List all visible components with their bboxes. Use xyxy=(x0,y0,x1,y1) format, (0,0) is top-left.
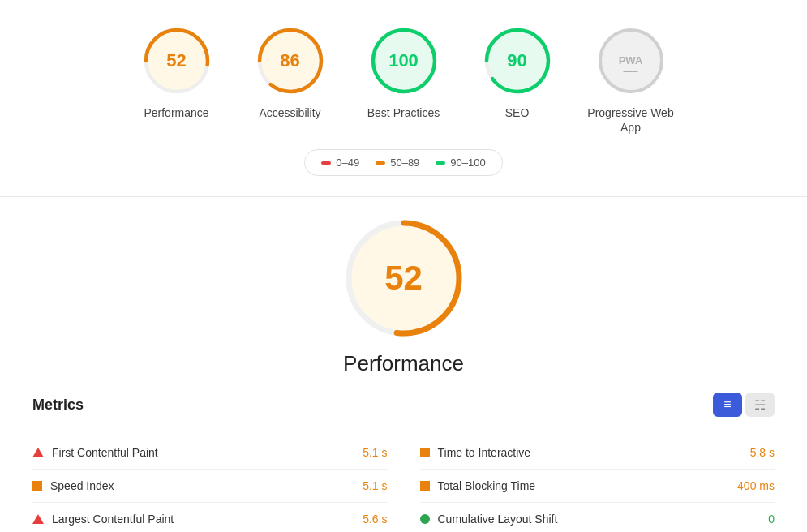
score-label-best-practices: Best Practices xyxy=(367,105,440,120)
score-item-best-practices[interactable]: 100 Best Practices xyxy=(355,24,453,120)
metric-name-cls: Cumulative Layout Shift xyxy=(438,513,558,526)
metric-value-si: 5.1 s xyxy=(363,479,387,492)
metrics-section: Metrics ≡ ☵ First Contentful Paint 5.1 s… xyxy=(0,393,807,532)
metric-left-cls: Cumulative Layout Shift xyxy=(420,513,558,526)
score-circle-seo: 90 xyxy=(481,24,554,97)
metric-left-tbt: Total Blocking Time xyxy=(420,479,536,492)
metric-name-fcp: First Contentful Paint xyxy=(52,446,158,459)
metrics-header: Metrics ≡ ☵ xyxy=(32,393,775,423)
score-item-accessibility[interactable]: 86 Accessibility xyxy=(242,24,339,120)
metric-left-fcp: First Contentful Paint xyxy=(32,446,158,459)
metrics-title: Metrics xyxy=(32,397,84,414)
legend-range-high: 90–100 xyxy=(450,157,485,169)
score-label-pwa: Progressive Web App xyxy=(582,105,680,135)
score-label-seo: SEO xyxy=(505,105,530,120)
metric-row-lcp: Largest Contentful Paint 5.6 s xyxy=(32,503,388,532)
square-orange-icon xyxy=(32,481,42,491)
metric-name-si: Speed Index xyxy=(50,479,114,492)
circle-green-icon xyxy=(420,514,430,524)
grid-view-button[interactable]: ☵ xyxy=(745,393,775,417)
score-item-pwa[interactable]: PWA — Progressive Web App xyxy=(582,24,680,135)
legend-dot-low xyxy=(321,161,331,165)
score-circle-performance: 52 xyxy=(140,24,213,97)
score-circle-pwa: PWA — xyxy=(595,24,667,97)
metric-row-si: Speed Index 5.1 s xyxy=(32,470,388,503)
metrics-grid: First Contentful Paint 5.1 s Speed Index… xyxy=(32,436,775,532)
metric-row-tbt: Total Blocking Time 400 ms xyxy=(420,470,775,503)
metrics-left-column: First Contentful Paint 5.1 s Speed Index… xyxy=(32,436,388,532)
legend-dot-high xyxy=(436,161,445,165)
metric-value-fcp: 5.1 s xyxy=(363,446,387,459)
legend-item-low: 0–49 xyxy=(321,157,359,169)
legend-item-mid: 50–89 xyxy=(376,157,419,169)
legend-dot-mid xyxy=(376,161,385,165)
score-circle-accessibility: 86 xyxy=(254,24,327,97)
score-circle-best-practices: 100 xyxy=(367,24,440,97)
triangle-red-icon xyxy=(32,514,44,524)
metric-name-tti: Time to Interactive xyxy=(438,446,531,459)
metric-value-tbt: 400 ms xyxy=(737,479,775,492)
main-score-circle: 52 xyxy=(339,213,469,343)
metric-row-fcp: First Contentful Paint 5.1 s xyxy=(32,436,388,470)
metric-left-tti: Time to Interactive xyxy=(420,446,531,459)
main-score-title: Performance xyxy=(343,351,464,376)
metric-value-cls: 0 xyxy=(768,513,775,526)
top-section: 52 Performance 86 Accessibility 100 xyxy=(0,0,807,197)
metric-left-si: Speed Index xyxy=(32,479,114,492)
view-toggle: ≡ ☵ xyxy=(713,393,775,417)
legend-row: 0–49 50–89 90–100 xyxy=(304,149,502,176)
metric-row-tti: Time to Interactive 5.8 s xyxy=(420,436,775,470)
score-item-seo[interactable]: 90 SEO xyxy=(469,24,566,120)
score-label-performance: Performance xyxy=(144,105,208,120)
legend-range-low: 0–49 xyxy=(336,157,359,169)
triangle-red-icon xyxy=(32,448,44,457)
metric-left-lcp: Largest Contentful Paint xyxy=(32,513,174,526)
metric-value-tti: 5.8 s xyxy=(750,446,775,459)
metric-value-lcp: 5.6 s xyxy=(363,513,387,526)
legend-range-mid: 50–89 xyxy=(390,157,419,169)
scores-row: 52 Performance 86 Accessibility 100 xyxy=(104,16,704,143)
metric-name-lcp: Largest Contentful Paint xyxy=(52,513,174,526)
score-label-accessibility: Accessibility xyxy=(259,105,320,120)
main-score-number: 52 xyxy=(384,259,423,298)
main-section: 52 Performance Metrics ≡ ☵ First Content… xyxy=(0,197,807,532)
legend-item-high: 90–100 xyxy=(436,157,485,169)
list-view-button[interactable]: ≡ xyxy=(713,393,742,417)
score-item-performance[interactable]: 52 Performance xyxy=(128,24,225,120)
metric-name-tbt: Total Blocking Time xyxy=(438,479,536,492)
square-orange-icon xyxy=(420,481,430,491)
metric-row-cls: Cumulative Layout Shift 0 xyxy=(420,503,775,532)
metrics-right-column: Time to Interactive 5.8 s Total Blocking… xyxy=(420,436,775,532)
square-orange-icon xyxy=(420,448,430,457)
